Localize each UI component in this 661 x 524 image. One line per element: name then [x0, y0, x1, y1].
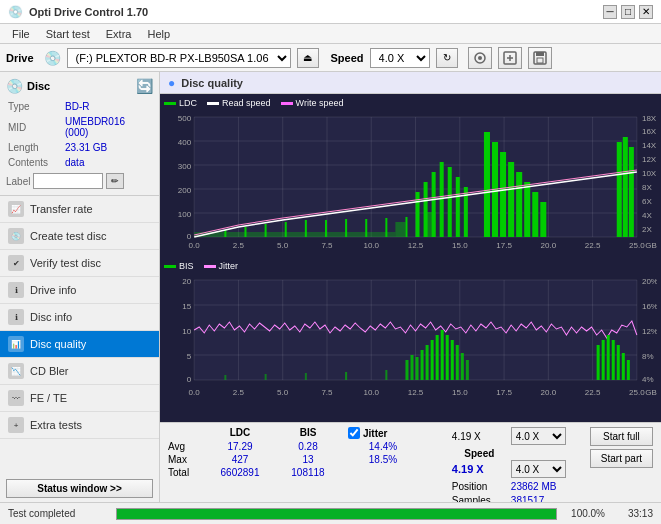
svg-text:18X: 18X	[642, 114, 657, 123]
nav-disc-info[interactable]: ℹ Disc info	[0, 304, 159, 331]
svg-text:10X: 10X	[642, 169, 657, 178]
nav-transfer-rate[interactable]: 📈 Transfer rate	[0, 196, 159, 223]
svg-text:14X: 14X	[642, 141, 657, 150]
speed-select[interactable]: 4.0 X	[370, 48, 430, 68]
menu-start-test[interactable]: Start test	[38, 27, 98, 41]
svg-rect-75	[508, 162, 514, 237]
svg-text:22.5: 22.5	[585, 241, 601, 250]
legend-jitter: Jitter	[204, 261, 239, 271]
svg-rect-141	[622, 353, 625, 380]
read-speed-color	[207, 102, 219, 105]
content-area: ● Disc quality LDC Read speed Write spee…	[160, 72, 661, 502]
disc-refresh-icon[interactable]: 🔄	[136, 78, 153, 94]
svg-text:0.0: 0.0	[189, 388, 201, 397]
svg-rect-55	[416, 192, 420, 237]
lower-chart: 20 15 10 5 0 20% 16% 12% 8% 4% 0.0 2.5 5…	[164, 275, 657, 405]
disc-info-table: Type BD-R MID UMEBDR016 (000) Length 23.…	[6, 98, 153, 171]
status-window-button[interactable]: Status window >>	[6, 479, 153, 498]
maximize-button[interactable]: □	[621, 5, 635, 19]
nav-drive-info[interactable]: ℹ Drive info	[0, 277, 159, 304]
nav-disc-quality[interactable]: 📊 Disc quality	[0, 331, 159, 358]
legend-ldc: LDC	[164, 98, 197, 108]
menu-help[interactable]: Help	[139, 27, 178, 41]
disc-mid-value: UMEBDR016 (000)	[65, 115, 151, 139]
start-part-button[interactable]: Start part	[590, 449, 653, 468]
position-row: Position 23862 MB	[452, 481, 582, 492]
main-layout: 💿 Disc 🔄 Type BD-R MID UMEBDR016 (000) L…	[0, 72, 661, 502]
svg-rect-63	[244, 227, 246, 237]
save-button[interactable]	[528, 47, 552, 69]
nav-label-extra-tests: Extra tests	[30, 419, 82, 431]
menu-file[interactable]: File	[4, 27, 38, 41]
svg-text:GB: GB	[645, 241, 657, 250]
transfer-rate-icon: 📈	[8, 201, 24, 217]
titlebar-controls[interactable]: ─ □ ✕	[603, 5, 653, 19]
total-ldc: 6602891	[206, 467, 274, 478]
app-icon: 💿	[8, 5, 23, 19]
disc-length-row: Length 23.31 GB	[8, 141, 151, 154]
svg-rect-4	[536, 52, 544, 56]
refresh-button[interactable]: ↻	[436, 48, 458, 68]
svg-text:0: 0	[187, 375, 192, 384]
legend-bis-label: BIS	[179, 261, 194, 271]
disc-label-input[interactable]	[33, 173, 103, 189]
stats-avg-row: Avg 17.29 0.28 14.4%	[168, 441, 452, 452]
ldc-col-header: LDC	[206, 427, 274, 439]
svg-rect-130	[441, 330, 444, 380]
nav-cd-bler[interactable]: 📉 CD Bler	[0, 358, 159, 385]
cd-bler-icon: 📉	[8, 363, 24, 379]
start-full-button[interactable]: Start full	[590, 427, 653, 446]
nav-verify-test-disc[interactable]: ✔ Verify test disc	[0, 250, 159, 277]
position-value: 23862 MB	[511, 481, 557, 492]
svg-text:200: 200	[178, 186, 192, 195]
svg-text:22.5: 22.5	[585, 388, 601, 397]
svg-rect-124	[411, 355, 414, 380]
samples-row: Samples 381517	[452, 495, 582, 502]
fe-te-icon: 〰	[8, 390, 24, 406]
lower-legend: BIS Jitter	[164, 259, 657, 273]
disc-label-button[interactable]: ✏	[106, 173, 124, 189]
stats-area: LDC BIS Jitter Avg 17.29 0.28 14.4% Max	[160, 422, 661, 502]
legend-write-speed-label: Write speed	[296, 98, 344, 108]
svg-text:12X: 12X	[642, 155, 657, 164]
menu-extra[interactable]: Extra	[98, 27, 140, 41]
config-button2[interactable]	[498, 47, 522, 69]
avg-ldc: 17.29	[206, 441, 274, 452]
nav-label-create-test-disc: Create test disc	[30, 230, 106, 242]
disc-icon-area: 💿 Disc	[6, 78, 50, 94]
total-bis: 108118	[274, 467, 342, 478]
svg-rect-68	[345, 219, 347, 237]
nav-fe-te[interactable]: 〰 FE / TE	[0, 385, 159, 412]
svg-rect-140	[617, 345, 620, 380]
disc-label-row: Label ✏	[6, 173, 153, 189]
svg-text:0: 0	[187, 232, 192, 241]
samples-value: 381517	[511, 495, 544, 502]
speed-row: 4.19 X 4.0 X	[452, 427, 582, 445]
jitter-checkbox[interactable]	[348, 427, 360, 439]
upper-chart: 500 400 300 200 100 0 18X 16X 14X 12X 10…	[164, 112, 657, 257]
nav-extra-tests[interactable]: + Extra tests	[0, 412, 159, 439]
speed-dropdown-stat[interactable]: 4.0 X	[511, 460, 566, 478]
speed-select-stat[interactable]: 4.0 X	[511, 427, 566, 445]
bis-col-header: BIS	[274, 427, 342, 439]
nav-create-test-disc[interactable]: 💿 Create test disc	[0, 223, 159, 250]
svg-text:10.0: 10.0	[363, 388, 379, 397]
svg-rect-147	[385, 370, 387, 380]
svg-text:2.5: 2.5	[233, 388, 245, 397]
svg-rect-132	[451, 340, 454, 380]
stats-max-row: Max 427 13 18.5%	[168, 454, 452, 465]
svg-text:2.5: 2.5	[233, 241, 245, 250]
eject-button[interactable]: ⏏	[297, 48, 319, 68]
config-button1[interactable]	[468, 47, 492, 69]
svg-text:4X: 4X	[642, 211, 652, 220]
nav-label-fe-te: FE / TE	[30, 392, 67, 404]
disc-label-label: Label	[6, 176, 30, 187]
close-button[interactable]: ✕	[639, 5, 653, 19]
svg-text:17.5: 17.5	[496, 388, 512, 397]
drive-select[interactable]: (F:) PLEXTOR BD-R PX-LB950SA 1.06	[67, 48, 291, 68]
speed-headers: Speed	[452, 448, 582, 459]
nav-label-drive-info: Drive info	[30, 284, 76, 296]
minimize-button[interactable]: ─	[603, 5, 617, 19]
progress-pct: 100.0%	[565, 508, 605, 519]
disc-contents-row: Contents data	[8, 156, 151, 169]
